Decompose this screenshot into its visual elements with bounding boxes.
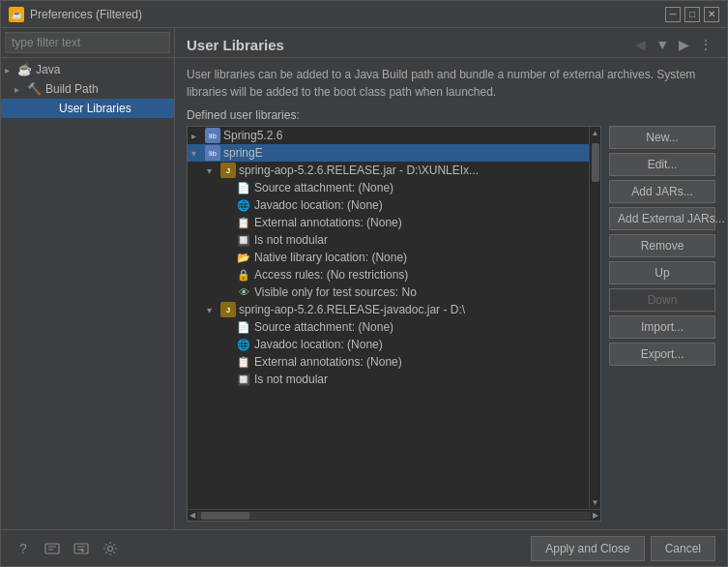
minimize-button[interactable]: ─	[665, 7, 681, 22]
lib-item-modular2[interactable]: 🔲 Is not modular	[188, 371, 589, 388]
lib-label-spring-aop: spring-aop-5.2.6.RELEASE.jar - D:\XUNLEI…	[239, 164, 479, 177]
back-nav-button[interactable]: ◀	[632, 36, 649, 53]
content-title: User Libraries	[187, 37, 284, 53]
arrow-spring5: ▸	[191, 131, 205, 141]
hscroll-thumb[interactable]	[201, 512, 249, 520]
expand-arrow-java: ▸	[5, 65, 16, 75]
expand-arrow-build: ▸	[15, 84, 26, 95]
lib-item-native[interactable]: 📂 Native library location: (None)	[188, 249, 589, 266]
main-area: ▸ ☕ Java ▸ 🔨 Build Path User Libraries	[1, 28, 727, 529]
maximize-button[interactable]: □	[684, 7, 700, 22]
sidebar-item-build-label: Build Path	[45, 82, 99, 96]
lib-item-spring-aop-jar2[interactable]: ▾ J spring-aop-5.2.6.RELEASE-javadoc.jar…	[188, 301, 589, 318]
lib-label-spring-aop2: spring-aop-5.2.6.RELEASE-javadoc.jar - D…	[239, 303, 465, 316]
lib-label-modular2: Is not modular	[254, 373, 328, 386]
lib-icon-spring5: lib	[205, 128, 220, 143]
apply-close-button[interactable]: Apply and Close	[531, 536, 644, 561]
filter-wrap	[1, 28, 174, 58]
lib-item-javadoc[interactable]: 🌐 Javadoc location: (None)	[188, 196, 589, 214]
lib-item-springE[interactable]: ▾ lib springE	[188, 144, 589, 162]
vscroll-up-btn[interactable]: ▲	[590, 127, 600, 139]
defined-label: Defined user libraries:	[175, 108, 727, 126]
vscroll-thumb[interactable]	[592, 143, 599, 182]
import-button[interactable]: Import...	[609, 315, 715, 339]
content-header: User Libraries ◀ ▼ ▶ ⋮	[175, 28, 727, 58]
lib-label-access: Access rules: (No restrictions)	[254, 268, 408, 282]
sidebar: ▸ ☕ Java ▸ 🔨 Build Path User Libraries	[1, 28, 175, 529]
footer: ? Apply and Close Cancel	[1, 529, 727, 566]
tree-list-body: ▸ lib Spring5.2.6 ▾ lib	[188, 127, 600, 509]
titlebar: ☕ Preferences (Filtered) ─ □ ✕	[1, 1, 727, 28]
export-workspace-button[interactable]	[42, 538, 63, 559]
lib-item-visible[interactable]: 👁 Visible only for test sources: No	[188, 284, 589, 301]
lib-label-source: Source attachment: (None)	[254, 181, 393, 194]
lib-item-javadoc2[interactable]: 🌐 Javadoc location: (None)	[188, 336, 589, 353]
sidebar-item-java[interactable]: ▸ ☕ Java	[1, 60, 174, 79]
close-button[interactable]: ✕	[704, 7, 719, 22]
lib-label-visible: Visible only for test sources: No	[254, 285, 417, 299]
remove-button[interactable]: Remove	[609, 234, 715, 257]
arrow-springE: ▾	[191, 148, 205, 159]
lib-item-spring5[interactable]: ▸ lib Spring5.2.6	[188, 127, 589, 144]
window-controls: ─ □ ✕	[665, 7, 719, 22]
sidebar-item-userlib-label: User Libraries	[59, 102, 131, 115]
lib-item-source2[interactable]: 📄 Source attachment: (None)	[188, 318, 589, 336]
mod-icon2: 🔲	[236, 372, 251, 387]
dropdown-nav-button[interactable]: ▼	[653, 36, 672, 53]
doc-icon: 🌐	[236, 197, 251, 213]
lib-item-source[interactable]: 📄 Source attachment: (None)	[188, 179, 589, 196]
sidebar-item-user-libraries[interactable]: User Libraries	[1, 99, 174, 118]
cancel-button[interactable]: Cancel	[651, 536, 715, 561]
down-button[interactable]: Down	[609, 288, 715, 312]
vscrollbar[interactable]: ▲ ▼	[589, 127, 600, 509]
import-workspace-button[interactable]	[71, 538, 92, 559]
edit-button[interactable]: Edit...	[609, 153, 715, 176]
help-button[interactable]: ?	[13, 538, 34, 559]
svg-point-2	[108, 546, 113, 551]
lib-label-ext-ann: External annotations: (None)	[254, 216, 402, 229]
lib-label-source2: Source attachment: (None)	[254, 320, 393, 334]
java-icon: ☕	[16, 62, 32, 77]
lib-item-spring-aop-jar[interactable]: ▾ J spring-aop-5.2.6.RELEASE.jar - D:\XU…	[188, 162, 589, 179]
vscroll-down-btn[interactable]: ▼	[590, 496, 600, 509]
forward-nav-button[interactable]: ▶	[676, 36, 692, 53]
lib-item-modular[interactable]: 🔲 Is not modular	[188, 231, 589, 249]
lib-item-ext-ann2[interactable]: 📋 External annotations: (None)	[188, 353, 589, 371]
settings-button[interactable]	[100, 538, 121, 559]
doc-icon2: 🌐	[236, 337, 251, 352]
sidebar-tree: ▸ ☕ Java ▸ 🔨 Build Path User Libraries	[1, 58, 174, 529]
export-button[interactable]: Export...	[609, 343, 715, 366]
build-icon: 🔨	[26, 81, 42, 97]
lib-label-native: Native library location: (None)	[254, 251, 407, 264]
new-button[interactable]: New...	[609, 126, 715, 149]
hscroll-right-btn[interactable]: ▶	[593, 511, 598, 520]
ann-icon: 📋	[236, 215, 251, 230]
up-button[interactable]: Up	[609, 261, 715, 284]
add-ext-jars-button[interactable]: Add External JARs...	[609, 207, 715, 230]
sidebar-item-java-label: Java	[36, 63, 60, 76]
add-jars-button[interactable]: Add JARs...	[609, 180, 715, 203]
lib-item-ext-ann[interactable]: 📋 External annotations: (None)	[188, 214, 589, 231]
header-nav-icons: ◀ ▼ ▶ ⋮	[632, 36, 715, 53]
lib-item-access[interactable]: 🔒 Access rules: (No restrictions)	[188, 266, 589, 284]
src-icon: 📄	[236, 180, 251, 195]
action-buttons: New... Edit... Add JARs... Add External …	[609, 126, 715, 522]
sidebar-item-build-path[interactable]: ▸ 🔨 Build Path	[1, 79, 174, 99]
src-icon2: 📄	[236, 319, 251, 335]
hscrollbar[interactable]: ◀ ▶	[188, 509, 600, 521]
more-nav-button[interactable]: ⋮	[696, 36, 715, 53]
footer-action-buttons: Apply and Close Cancel	[531, 536, 715, 561]
lib-icon-springE: lib	[205, 145, 220, 161]
tree-list-scroll[interactable]: ▸ lib Spring5.2.6 ▾ lib	[188, 127, 589, 509]
lib-label-spring5: Spring5.2.6	[223, 129, 282, 142]
filter-input[interactable]	[5, 32, 170, 53]
lib-label-ext-ann2: External annotations: (None)	[254, 355, 402, 369]
libraries-area: ▸ lib Spring5.2.6 ▾ lib	[175, 126, 727, 529]
hscroll-left-btn[interactable]: ◀	[189, 511, 195, 520]
acc-icon: 🔒	[236, 267, 251, 283]
svg-rect-0	[45, 544, 59, 553]
userlib-icon	[40, 101, 55, 116]
arrow-spring-aop: ▾	[207, 165, 220, 176]
mod-icon: 🔲	[236, 232, 251, 248]
preferences-window: ☕ Preferences (Filtered) ─ □ ✕ ▸ ☕ Java	[0, 0, 728, 567]
